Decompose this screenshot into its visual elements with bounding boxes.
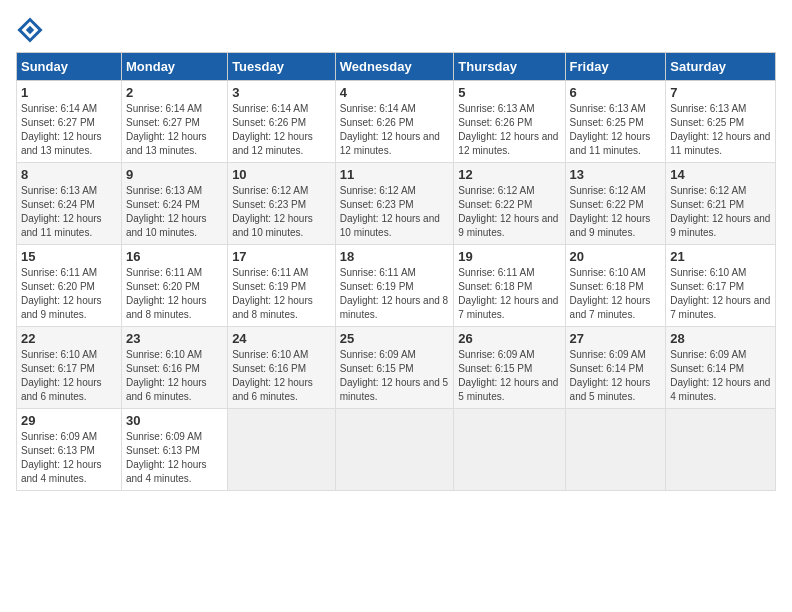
calendar-cell: 13 Sunrise: 6:12 AMSunset: 6:22 PMDaylig… <box>565 163 666 245</box>
calendar-cell: 24 Sunrise: 6:10 AMSunset: 6:16 PMDaylig… <box>228 327 336 409</box>
day-detail: Sunrise: 6:14 AMSunset: 6:26 PMDaylight:… <box>340 103 440 156</box>
day-number: 26 <box>458 331 560 346</box>
header-saturday: Saturday <box>666 53 776 81</box>
calendar-cell: 22 Sunrise: 6:10 AMSunset: 6:17 PMDaylig… <box>17 327 122 409</box>
day-detail: Sunrise: 6:09 AMSunset: 6:13 PMDaylight:… <box>21 431 102 484</box>
week-row-4: 22 Sunrise: 6:10 AMSunset: 6:17 PMDaylig… <box>17 327 776 409</box>
calendar-cell: 7 Sunrise: 6:13 AMSunset: 6:25 PMDayligh… <box>666 81 776 163</box>
day-number: 11 <box>340 167 450 182</box>
day-detail: Sunrise: 6:14 AMSunset: 6:26 PMDaylight:… <box>232 103 313 156</box>
calendar-cell: 10 Sunrise: 6:12 AMSunset: 6:23 PMDaylig… <box>228 163 336 245</box>
logo-icon <box>16 16 44 44</box>
calendar-cell: 23 Sunrise: 6:10 AMSunset: 6:16 PMDaylig… <box>121 327 227 409</box>
day-detail: Sunrise: 6:11 AMSunset: 6:19 PMDaylight:… <box>232 267 313 320</box>
day-number: 10 <box>232 167 331 182</box>
day-detail: Sunrise: 6:09 AMSunset: 6:13 PMDaylight:… <box>126 431 207 484</box>
day-detail: Sunrise: 6:11 AMSunset: 6:19 PMDaylight:… <box>340 267 448 320</box>
week-row-2: 8 Sunrise: 6:13 AMSunset: 6:24 PMDayligh… <box>17 163 776 245</box>
day-number: 17 <box>232 249 331 264</box>
day-detail: Sunrise: 6:10 AMSunset: 6:18 PMDaylight:… <box>570 267 651 320</box>
page-header <box>16 16 776 44</box>
calendar-cell: 11 Sunrise: 6:12 AMSunset: 6:23 PMDaylig… <box>335 163 454 245</box>
calendar-cell: 16 Sunrise: 6:11 AMSunset: 6:20 PMDaylig… <box>121 245 227 327</box>
calendar-cell: 9 Sunrise: 6:13 AMSunset: 6:24 PMDayligh… <box>121 163 227 245</box>
day-number: 22 <box>21 331 117 346</box>
header-monday: Monday <box>121 53 227 81</box>
day-number: 20 <box>570 249 662 264</box>
calendar-cell <box>228 409 336 491</box>
header-sunday: Sunday <box>17 53 122 81</box>
day-number: 28 <box>670 331 771 346</box>
day-detail: Sunrise: 6:12 AMSunset: 6:22 PMDaylight:… <box>458 185 558 238</box>
day-number: 6 <box>570 85 662 100</box>
calendar-cell: 4 Sunrise: 6:14 AMSunset: 6:26 PMDayligh… <box>335 81 454 163</box>
day-number: 13 <box>570 167 662 182</box>
day-number: 21 <box>670 249 771 264</box>
day-detail: Sunrise: 6:13 AMSunset: 6:25 PMDaylight:… <box>570 103 651 156</box>
calendar-cell: 29 Sunrise: 6:09 AMSunset: 6:13 PMDaylig… <box>17 409 122 491</box>
day-detail: Sunrise: 6:10 AMSunset: 6:16 PMDaylight:… <box>126 349 207 402</box>
day-number: 23 <box>126 331 223 346</box>
calendar-cell: 25 Sunrise: 6:09 AMSunset: 6:15 PMDaylig… <box>335 327 454 409</box>
logo <box>16 16 48 44</box>
day-detail: Sunrise: 6:10 AMSunset: 6:17 PMDaylight:… <box>670 267 770 320</box>
calendar-cell <box>666 409 776 491</box>
day-detail: Sunrise: 6:13 AMSunset: 6:25 PMDaylight:… <box>670 103 770 156</box>
calendar-cell: 18 Sunrise: 6:11 AMSunset: 6:19 PMDaylig… <box>335 245 454 327</box>
day-detail: Sunrise: 6:12 AMSunset: 6:22 PMDaylight:… <box>570 185 651 238</box>
day-number: 8 <box>21 167 117 182</box>
day-number: 3 <box>232 85 331 100</box>
calendar-cell: 2 Sunrise: 6:14 AMSunset: 6:27 PMDayligh… <box>121 81 227 163</box>
day-number: 19 <box>458 249 560 264</box>
day-detail: Sunrise: 6:10 AMSunset: 6:17 PMDaylight:… <box>21 349 102 402</box>
day-number: 30 <box>126 413 223 428</box>
calendar-cell: 28 Sunrise: 6:09 AMSunset: 6:14 PMDaylig… <box>666 327 776 409</box>
day-detail: Sunrise: 6:11 AMSunset: 6:20 PMDaylight:… <box>126 267 207 320</box>
day-detail: Sunrise: 6:09 AMSunset: 6:15 PMDaylight:… <box>458 349 558 402</box>
day-number: 5 <box>458 85 560 100</box>
header-wednesday: Wednesday <box>335 53 454 81</box>
calendar-cell: 27 Sunrise: 6:09 AMSunset: 6:14 PMDaylig… <box>565 327 666 409</box>
calendar-cell: 21 Sunrise: 6:10 AMSunset: 6:17 PMDaylig… <box>666 245 776 327</box>
header-thursday: Thursday <box>454 53 565 81</box>
calendar-cell <box>565 409 666 491</box>
day-number: 2 <box>126 85 223 100</box>
day-detail: Sunrise: 6:14 AMSunset: 6:27 PMDaylight:… <box>126 103 207 156</box>
calendar-cell: 12 Sunrise: 6:12 AMSunset: 6:22 PMDaylig… <box>454 163 565 245</box>
day-number: 25 <box>340 331 450 346</box>
calendar-cell: 1 Sunrise: 6:14 AMSunset: 6:27 PMDayligh… <box>17 81 122 163</box>
calendar-cell: 6 Sunrise: 6:13 AMSunset: 6:25 PMDayligh… <box>565 81 666 163</box>
calendar-header-row: SundayMondayTuesdayWednesdayThursdayFrid… <box>17 53 776 81</box>
calendar-cell: 14 Sunrise: 6:12 AMSunset: 6:21 PMDaylig… <box>666 163 776 245</box>
calendar-cell: 15 Sunrise: 6:11 AMSunset: 6:20 PMDaylig… <box>17 245 122 327</box>
day-number: 7 <box>670 85 771 100</box>
day-number: 16 <box>126 249 223 264</box>
week-row-3: 15 Sunrise: 6:11 AMSunset: 6:20 PMDaylig… <box>17 245 776 327</box>
calendar-cell: 20 Sunrise: 6:10 AMSunset: 6:18 PMDaylig… <box>565 245 666 327</box>
day-number: 27 <box>570 331 662 346</box>
day-number: 15 <box>21 249 117 264</box>
day-detail: Sunrise: 6:11 AMSunset: 6:20 PMDaylight:… <box>21 267 102 320</box>
day-number: 24 <box>232 331 331 346</box>
day-detail: Sunrise: 6:13 AMSunset: 6:24 PMDaylight:… <box>21 185 102 238</box>
calendar-cell: 30 Sunrise: 6:09 AMSunset: 6:13 PMDaylig… <box>121 409 227 491</box>
day-detail: Sunrise: 6:09 AMSunset: 6:14 PMDaylight:… <box>570 349 651 402</box>
day-detail: Sunrise: 6:12 AMSunset: 6:23 PMDaylight:… <box>340 185 440 238</box>
calendar-cell <box>335 409 454 491</box>
day-number: 18 <box>340 249 450 264</box>
day-detail: Sunrise: 6:09 AMSunset: 6:14 PMDaylight:… <box>670 349 770 402</box>
day-number: 4 <box>340 85 450 100</box>
header-friday: Friday <box>565 53 666 81</box>
calendar-table: SundayMondayTuesdayWednesdayThursdayFrid… <box>16 52 776 491</box>
calendar-cell: 3 Sunrise: 6:14 AMSunset: 6:26 PMDayligh… <box>228 81 336 163</box>
day-number: 1 <box>21 85 117 100</box>
day-detail: Sunrise: 6:13 AMSunset: 6:26 PMDaylight:… <box>458 103 558 156</box>
day-number: 12 <box>458 167 560 182</box>
day-detail: Sunrise: 6:11 AMSunset: 6:18 PMDaylight:… <box>458 267 558 320</box>
day-detail: Sunrise: 6:14 AMSunset: 6:27 PMDaylight:… <box>21 103 102 156</box>
day-detail: Sunrise: 6:10 AMSunset: 6:16 PMDaylight:… <box>232 349 313 402</box>
day-detail: Sunrise: 6:12 AMSunset: 6:23 PMDaylight:… <box>232 185 313 238</box>
header-tuesday: Tuesday <box>228 53 336 81</box>
calendar-cell: 17 Sunrise: 6:11 AMSunset: 6:19 PMDaylig… <box>228 245 336 327</box>
day-number: 29 <box>21 413 117 428</box>
